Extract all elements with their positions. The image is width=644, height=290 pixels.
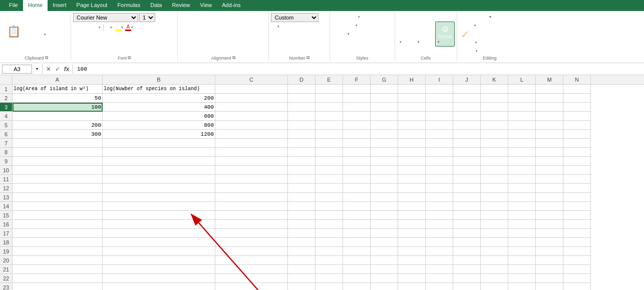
cell[interactable] (215, 175, 288, 184)
cell[interactable] (215, 211, 288, 220)
row-number[interactable]: 15 (0, 211, 13, 220)
row-number[interactable]: 10 (0, 166, 13, 175)
cell[interactable]: 600 (103, 112, 215, 121)
row-number[interactable]: 20 (0, 256, 13, 265)
row-number[interactable]: 22 (0, 274, 13, 283)
format-painter-button[interactable]: 🖌 Format Painter (24, 39, 69, 46)
cell[interactable] (288, 247, 315, 256)
cell[interactable] (481, 202, 508, 211)
cell[interactable] (315, 256, 343, 265)
bold-button[interactable]: B (73, 23, 82, 32)
cell[interactable] (215, 220, 288, 229)
tab-addins[interactable]: Add-ins (217, 0, 245, 11)
underline-button[interactable]: U▾ (93, 23, 102, 32)
cell[interactable] (343, 229, 371, 238)
cell[interactable] (563, 211, 591, 220)
cell[interactable] (343, 121, 371, 130)
cell[interactable] (536, 211, 563, 220)
cell[interactable] (371, 274, 398, 283)
cell[interactable] (536, 175, 563, 184)
cell[interactable] (453, 229, 481, 238)
tab-view[interactable]: View (195, 0, 217, 11)
cell[interactable] (343, 220, 371, 229)
orientation-button[interactable]: ⟳ (210, 13, 219, 22)
cell[interactable] (288, 94, 315, 103)
cell[interactable] (398, 130, 426, 139)
row-number[interactable]: 17 (0, 229, 13, 238)
col-header-g[interactable]: G (371, 75, 398, 84)
cell[interactable] (453, 94, 481, 103)
col-header-e[interactable]: E (315, 75, 343, 84)
formula-input[interactable] (75, 66, 642, 73)
cell[interactable] (315, 283, 343, 290)
cell[interactable] (426, 283, 453, 290)
cell[interactable] (536, 148, 563, 157)
cell[interactable] (371, 283, 398, 290)
cell[interactable] (481, 220, 508, 229)
cell[interactable] (288, 220, 315, 229)
number-format-select[interactable]: Custom (271, 13, 318, 22)
cell[interactable] (371, 121, 398, 130)
cell[interactable] (288, 184, 315, 193)
cell[interactable] (13, 148, 103, 157)
cell[interactable] (103, 175, 215, 184)
cell[interactable] (563, 283, 591, 290)
cell[interactable] (563, 112, 591, 121)
cell[interactable] (315, 103, 343, 112)
cell[interactable] (508, 193, 536, 202)
cell[interactable] (288, 166, 315, 175)
cell[interactable]: 200 (13, 121, 103, 130)
cell[interactable] (315, 220, 343, 229)
cell[interactable] (536, 274, 563, 283)
cell[interactable] (563, 256, 591, 265)
cell[interactable] (426, 256, 453, 265)
cell[interactable] (508, 202, 536, 211)
cell[interactable] (315, 229, 343, 238)
cell[interactable] (315, 157, 343, 166)
cell[interactable] (315, 274, 343, 283)
cell[interactable]: 100 (13, 103, 103, 112)
row-number[interactable]: 8 (0, 148, 13, 157)
cut-button[interactable]: ✂ Cut (24, 23, 69, 30)
row-number[interactable]: 4 (0, 112, 13, 121)
cell[interactable] (508, 94, 536, 103)
cell[interactable] (371, 148, 398, 157)
font-expand-btn[interactable]: ⧉ (128, 55, 131, 61)
cell[interactable] (343, 157, 371, 166)
number-expand-btn[interactable]: ⧉ (306, 55, 309, 61)
cell[interactable] (13, 238, 103, 247)
find-select-button[interactable]: Find &Select ▾ (459, 47, 480, 55)
row-number[interactable]: 3 (0, 103, 13, 112)
cell[interactable] (508, 247, 536, 256)
cell[interactable] (371, 238, 398, 247)
cell[interactable] (215, 139, 288, 148)
cell[interactable] (563, 193, 591, 202)
cell[interactable] (215, 229, 288, 238)
cell[interactable] (215, 112, 288, 121)
cell[interactable] (371, 103, 398, 112)
cell[interactable] (215, 202, 288, 211)
cell[interactable] (371, 247, 398, 256)
clear-button[interactable]: 🧹 Clear ~ (459, 30, 488, 38)
cell[interactable] (453, 121, 481, 130)
row-number[interactable]: 2 (0, 94, 13, 103)
cell[interactable] (426, 148, 453, 157)
confirm-formula-button[interactable]: ✓ (54, 66, 62, 73)
cell[interactable] (343, 130, 371, 139)
decrease-font-button[interactable]: A↓ (166, 13, 175, 22)
cell[interactable] (426, 247, 453, 256)
font-name-select[interactable]: Courier New (73, 13, 138, 22)
cell[interactable] (453, 166, 481, 175)
cell[interactable] (481, 283, 508, 290)
cell[interactable] (563, 247, 591, 256)
cell[interactable] (215, 103, 288, 112)
cell[interactable]: 50 (13, 94, 103, 103)
col-header-n[interactable]: N (563, 75, 591, 84)
cell[interactable] (481, 247, 508, 256)
cell[interactable] (481, 157, 508, 166)
cell[interactable] (563, 274, 591, 283)
cell[interactable] (536, 94, 563, 103)
cell[interactable] (508, 220, 536, 229)
col-header-f[interactable]: F (343, 75, 371, 84)
cell[interactable] (453, 265, 481, 274)
